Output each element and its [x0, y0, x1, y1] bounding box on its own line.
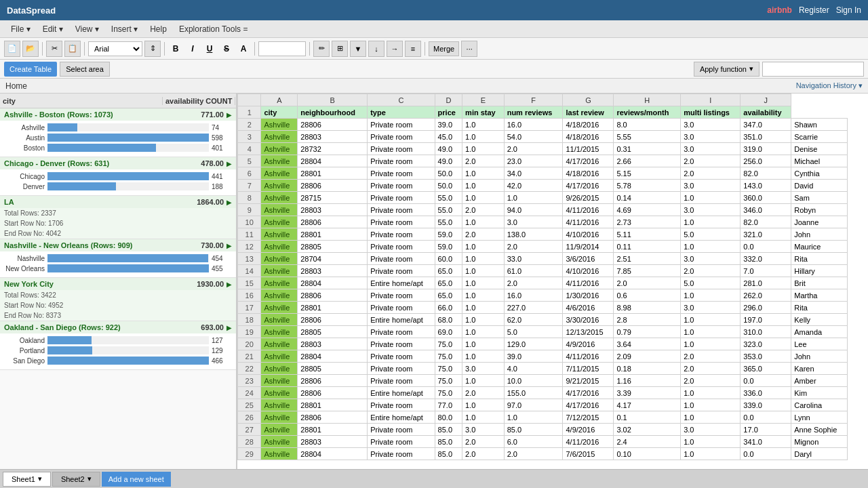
cell-13-2[interactable]: 28804 [298, 277, 368, 289]
col-header-c[interactable]: C [368, 94, 435, 106]
cell-19-6[interactable]: 39.0 [504, 350, 563, 363]
cell-2-6[interactable]: 2.0 [504, 143, 563, 155]
cell-27-9[interactable]: 1.0 [681, 448, 741, 460]
cell-27-2[interactable]: 28804 [298, 448, 368, 460]
cell-20-5[interactable]: 3.0 [462, 363, 505, 375]
cell-city-27[interactable]: Ashville [261, 448, 298, 460]
cell-21-6[interactable]: 10.0 [504, 375, 563, 387]
cell-6-5[interactable]: 1.0 [462, 192, 505, 204]
font-selector[interactable]: Arial [88, 41, 142, 56]
cell-15-7[interactable]: 4/6/2016 [563, 302, 614, 314]
cell-25-7[interactable]: 4/9/2016 [563, 424, 614, 436]
cell-27-4[interactable]: 85.0 [435, 448, 462, 460]
cell-3-10[interactable]: 256.0 [741, 155, 791, 167]
cell-6-9[interactable]: 1.0 [681, 192, 741, 204]
cell-4-5[interactable]: 1.0 [462, 167, 505, 180]
cell-6-6[interactable]: 1.0 [504, 192, 563, 204]
cell-17-6[interactable]: 5.0 [504, 326, 563, 338]
cell-14-11[interactable]: Martha [791, 289, 848, 302]
col-header-a[interactable]: A [261, 94, 298, 106]
cell-7-5[interactable]: 2.0 [462, 204, 505, 216]
cell-14-7[interactable]: 1/30/2016 [563, 289, 614, 302]
cell-10-4[interactable]: 59.0 [435, 241, 462, 253]
cell-26-8[interactable]: 2.4 [614, 436, 681, 448]
cell-22-5[interactable]: 2.0 [462, 387, 505, 399]
cell-26-9[interactable]: 1.0 [681, 436, 741, 448]
cell-city-9[interactable]: Ashville [261, 228, 298, 241]
cell-24-5[interactable]: 1.0 [462, 411, 505, 424]
cell-13-5[interactable]: 1.0 [462, 277, 505, 289]
signin-button[interactable]: Sign In [836, 5, 861, 15]
cell-19-5[interactable]: 1.0 [462, 350, 505, 363]
cell-22-6[interactable]: 155.0 [504, 387, 563, 399]
cell-19-4[interactable]: 75.0 [435, 350, 462, 363]
cell-8-2[interactable]: 28806 [298, 216, 368, 228]
cell-24-8[interactable]: 0.1 [614, 411, 681, 424]
cell-16-6[interactable]: 62.0 [504, 314, 563, 326]
cell-3-5[interactable]: 2.0 [462, 155, 505, 167]
cell-19-10[interactable]: 353.0 [741, 350, 791, 363]
group-header-0[interactable]: Ashville - Boston (Rows: 1073) 771.00 ▶ [0, 108, 236, 121]
cell-14-10[interactable]: 262.0 [741, 289, 791, 302]
cell-0-10[interactable]: 347.0 [741, 119, 791, 131]
cell-23-2[interactable]: 28801 [298, 399, 368, 411]
group-header-2[interactable]: LA 1864.00 ▶ [0, 196, 236, 208]
cell-6-4[interactable]: 55.0 [435, 192, 462, 204]
cell-15-11[interactable]: Rita [791, 302, 848, 314]
cell-20-4[interactable]: 75.0 [435, 363, 462, 375]
cell-21-9[interactable]: 2.0 [681, 375, 741, 387]
cell-3-2[interactable]: 28804 [298, 155, 368, 167]
arrow-down-icon[interactable]: ↓ [368, 41, 384, 57]
cell-27-3[interactable]: Private room [368, 448, 435, 460]
cell-25-2[interactable]: 28801 [298, 424, 368, 436]
cell-5-9[interactable]: 3.0 [681, 180, 741, 192]
cell-26-7[interactable]: 4/11/2016 [563, 436, 614, 448]
cell-2-8[interactable]: 0.31 [614, 143, 681, 155]
cell-10-9[interactable]: 1.0 [681, 241, 741, 253]
cell-city-23[interactable]: Ashville [261, 399, 298, 411]
menu-edit[interactable]: Edit ▾ [37, 23, 68, 35]
cell-0-11[interactable]: Shawn [791, 119, 848, 131]
cell-12-3[interactable]: Private room [368, 265, 435, 277]
cell-8-10[interactable]: 82.0 [741, 216, 791, 228]
spreadsheet[interactable]: A B C D E F G H I J 1 city neighbourhood… [237, 94, 868, 469]
cell-6-11[interactable]: Sam [791, 192, 848, 204]
apply-function-button[interactable]: Apply function ▾ [694, 62, 760, 77]
cell-1-4[interactable]: 45.0 [435, 131, 462, 143]
cell-4-4[interactable]: 50.0 [435, 167, 462, 180]
cell-city-24[interactable]: Ashville [261, 411, 298, 424]
cell-5-11[interactable]: David [791, 180, 848, 192]
cell-17-4[interactable]: 69.0 [435, 326, 462, 338]
sheet-tab-1[interactable]: Sheet1 ▾ [3, 472, 51, 487]
cell-9-8[interactable]: 5.11 [614, 228, 681, 241]
cell-9-3[interactable]: Private room [368, 228, 435, 241]
cell-20-10[interactable]: 365.0 [741, 363, 791, 375]
cell-city-8[interactable]: Ashville [261, 216, 298, 228]
cell-6-8[interactable]: 0.14 [614, 192, 681, 204]
cell-12-2[interactable]: 28803 [298, 265, 368, 277]
cell-5-4[interactable]: 50.0 [435, 180, 462, 192]
cell-0-8[interactable]: 8.0 [614, 119, 681, 131]
cell-18-9[interactable]: 1.0 [681, 338, 741, 350]
underline-button[interactable]: U [202, 41, 217, 56]
cell-8-7[interactable]: 4/11/2016 [563, 216, 614, 228]
cell-9-7[interactable]: 4/10/2016 [563, 228, 614, 241]
cell-17-9[interactable]: 1.0 [681, 326, 741, 338]
cell-7-2[interactable]: 28803 [298, 204, 368, 216]
cell-0-6[interactable]: 16.0 [504, 119, 563, 131]
cell-24-2[interactable]: 28806 [298, 411, 368, 424]
menu-help[interactable]: Help [144, 23, 172, 35]
cell-17-10[interactable]: 310.0 [741, 326, 791, 338]
cell-4-11[interactable]: Cynthia [791, 167, 848, 180]
menu-exploration-tools[interactable]: Exploration Tools = [174, 23, 254, 35]
menu-file[interactable]: File ▾ [5, 23, 36, 35]
cell-14-6[interactable]: 16.0 [504, 289, 563, 302]
cell-9-11[interactable]: John [791, 228, 848, 241]
cell-2-7[interactable]: 11/1/2015 [563, 143, 614, 155]
cut-icon[interactable]: ✂ [46, 41, 62, 57]
cell-16-3[interactable]: Entire home/apt [368, 314, 435, 326]
cell-23-10[interactable]: 339.0 [741, 399, 791, 411]
cell-10-3[interactable]: Private room [368, 241, 435, 253]
cell-18-5[interactable]: 1.0 [462, 338, 505, 350]
cell-11-6[interactable]: 33.0 [504, 253, 563, 265]
